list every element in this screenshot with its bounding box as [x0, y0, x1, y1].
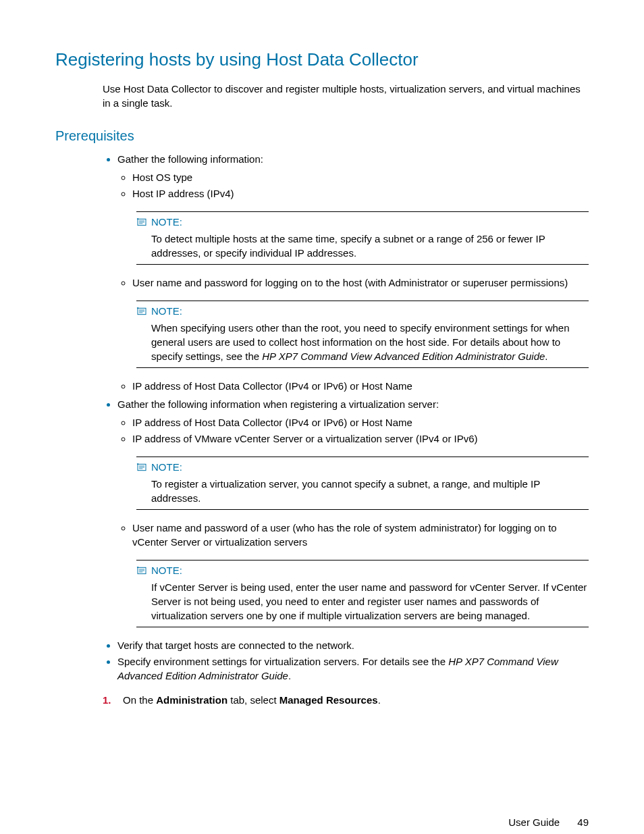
list-item: Specify environment settings for virtual… [117, 654, 589, 683]
list-item: Gather the following information when re… [117, 397, 589, 627]
list-item: User name and password for logging on to… [132, 276, 589, 290]
note-label: NOTE: [151, 563, 182, 577]
list-item: IP address of VMware vCenter Server or a… [132, 432, 589, 446]
note-body: To register a virtualization server, you… [151, 477, 589, 505]
page-title: Registering hosts by using Host Data Col… [55, 47, 589, 72]
note-label: NOTE: [151, 460, 182, 474]
note-label: NOTE: [151, 304, 182, 318]
note-icon [136, 217, 147, 227]
note-block: NOTE: When specifying users other than t… [136, 301, 589, 368]
list-item: IP address of Host Data Collector (IPv4 … [132, 379, 589, 393]
footer-label: User Guide [508, 816, 560, 828]
intro-paragraph: Use Host Data Collector to discover and … [103, 82, 589, 110]
list-item: Gather the following information: Host O… [117, 152, 589, 393]
step-text: On the Administration tab, select Manage… [123, 693, 381, 707]
step-item: 1. On the Administration tab, select Man… [103, 693, 589, 707]
list-item: User name and password of a user (who ha… [132, 521, 589, 549]
list-text: Gather the following information: [117, 153, 263, 165]
note-block: NOTE: If vCenter Server is being used, e… [136, 560, 589, 627]
list-item: Verify that target hosts are connected t… [117, 638, 589, 652]
step-number: 1. [103, 693, 115, 707]
note-block: NOTE: To register a virtualization serve… [136, 457, 589, 510]
note-icon [136, 463, 147, 472]
list-item: Host IP address (IPv4) [132, 186, 589, 201]
note-body: To detect multiple hosts at the same tim… [151, 232, 589, 260]
page-number: 49 [577, 816, 589, 828]
note-block: NOTE: To detect multiple hosts at the sa… [136, 211, 589, 265]
list-text: Gather the following information when re… [117, 398, 439, 410]
note-icon [136, 566, 147, 575]
note-icon [136, 307, 147, 316]
page-footer: User Guide 49 [55, 815, 589, 829]
note-body: When specifying users other than the roo… [151, 321, 589, 363]
section-prerequisites: Prerequisites [55, 126, 589, 145]
list-item: Host OS type [132, 170, 589, 184]
note-label: NOTE: [151, 215, 182, 229]
list-item: IP address of Host Data Collector (IPv4 … [132, 415, 589, 429]
note-body: If vCenter Server is being used, enter t… [151, 580, 589, 623]
